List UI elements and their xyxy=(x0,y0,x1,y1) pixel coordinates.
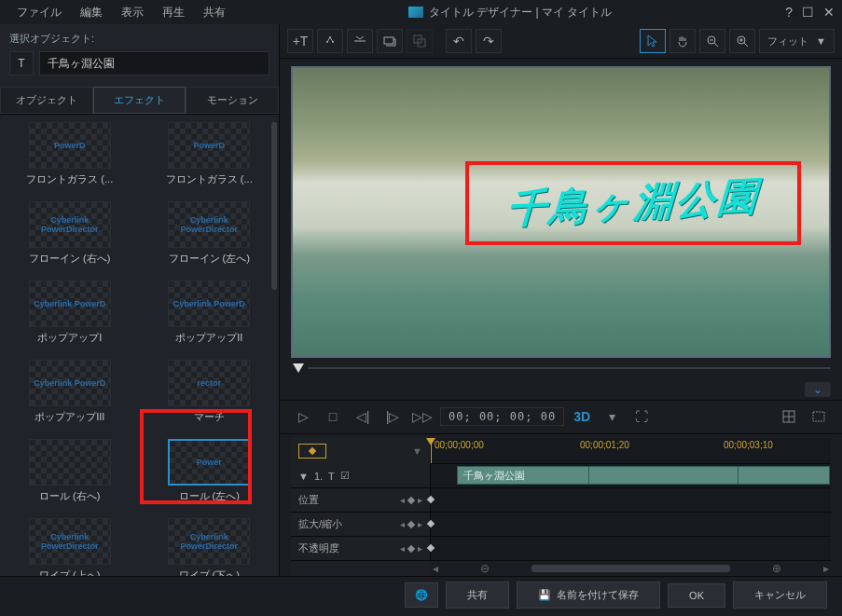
title-track-body[interactable]: 千鳥ヶ淵公園 xyxy=(431,464,831,487)
add-particle-button[interactable] xyxy=(317,29,343,53)
scroll-left-icon[interactable]: ◂ xyxy=(433,562,438,575)
effect-preview-icon: PowerD xyxy=(168,122,250,169)
preview-title-text[interactable]: 千鳥ヶ淵公園 xyxy=(505,171,761,236)
playback-controls: ▷ □ ◁| |▷ ▷▷ 00; 00; 00; 00 3D ▾ ⛶ xyxy=(280,400,842,435)
opacity-track-head: 不透明度 ◂▸ xyxy=(291,537,431,560)
effect-thumb[interactable]: Cyberlink PowerDポップアップI xyxy=(9,281,131,345)
menu-view[interactable]: 表示 xyxy=(112,5,153,21)
position-track-body[interactable] xyxy=(431,488,831,512)
stop-button[interactable]: □ xyxy=(321,404,345,429)
tab-object[interactable]: オブジェクト xyxy=(0,87,93,114)
ruler-head: ▼ xyxy=(291,438,431,464)
position-track-head: 位置 ◂▸ xyxy=(291,488,431,512)
effect-thumb[interactable]: Cyberlink PowerDポップアップIII xyxy=(9,360,131,424)
menu-edit[interactable]: 編集 xyxy=(71,5,112,21)
effect-thumb[interactable]: Cyberlink PowerDポップアップII xyxy=(149,281,270,345)
effect-thumb[interactable]: PowerDフロントガラス (... xyxy=(149,122,270,186)
title-track-head[interactable]: ▼ 1. T ☑ xyxy=(291,464,431,487)
effect-preview-icon xyxy=(29,439,111,486)
effect-preview-icon: Cyberlink PowerD xyxy=(29,281,111,327)
thumbnail-scrollbar[interactable] xyxy=(271,122,277,290)
effect-thumb-label: ポップアップI xyxy=(37,331,102,345)
track-visibility-checkbox[interactable]: ☑ xyxy=(340,470,350,482)
upload-button[interactable]: 🌐 xyxy=(405,582,438,608)
effect-thumb[interactable]: Powerロール (左へ) xyxy=(149,439,270,503)
select-tool-button[interactable] xyxy=(640,29,666,53)
effect-thumb[interactable]: Cyberlink PowerDirectorワイプ (下へ) xyxy=(149,518,270,576)
scale-track-head: 拡大/縮小 ◂▸ xyxy=(291,513,431,536)
add-text-button[interactable]: +T xyxy=(287,29,313,53)
chevron-down-icon[interactable]: ▼ xyxy=(412,445,422,457)
add-image-button[interactable] xyxy=(347,29,373,53)
ruler-tick: 00;00;01;20 xyxy=(580,440,629,450)
effect-thumb[interactable]: ロール (右へ) xyxy=(9,439,131,503)
pan-tool-button[interactable] xyxy=(669,29,696,53)
timeline-zoom-out-icon[interactable]: ⊖ xyxy=(480,562,490,575)
share-button[interactable]: 共有 xyxy=(446,582,509,609)
effect-thumb-label: フローイン (右へ) xyxy=(29,252,110,266)
cancel-button[interactable]: キャンセル xyxy=(733,582,827,609)
menubar: ファイル 編集 表示 再生 共有 タイトル デザイナー | マイ タイトル ? … xyxy=(0,0,842,24)
tab-effect[interactable]: エフェクト xyxy=(93,87,186,114)
title-clip[interactable]: 千鳥ヶ淵公園 xyxy=(457,466,830,485)
grid-toggle-button[interactable] xyxy=(777,404,801,429)
timecode-display[interactable]: 00; 00; 00; 00 xyxy=(440,407,564,426)
effect-thumb[interactable]: Cyberlink PowerDirectorフローイン (左へ) xyxy=(149,201,270,266)
effect-thumb-label: ポップアップII xyxy=(175,331,242,345)
ruler-tick: 00;00;03;10 xyxy=(724,440,773,450)
zoom-fit-dropdown[interactable]: フィット ▼ xyxy=(759,29,835,53)
zoom-in-button[interactable] xyxy=(729,29,755,53)
effect-thumb[interactable]: Cyberlink PowerDirectorワイプ (上へ) xyxy=(9,518,131,576)
effect-preview-icon: Cyberlink PowerD xyxy=(168,281,250,327)
maximize-icon[interactable]: ☐ xyxy=(802,5,814,20)
timeline-zoom-in-icon[interactable]: ⊕ xyxy=(772,562,781,575)
prev-frame-button[interactable]: ◁| xyxy=(351,404,375,429)
effect-thumbnails[interactable]: PowerDフロントガラス (...PowerDフロントガラス (...Cybe… xyxy=(0,115,279,576)
help-icon[interactable]: ? xyxy=(785,5,793,20)
tab-motion[interactable]: モーション xyxy=(186,87,279,114)
effect-thumb-label: ロール (左へ) xyxy=(179,489,240,503)
close-icon[interactable]: ✕ xyxy=(823,5,835,20)
ok-button[interactable]: OK xyxy=(668,583,725,608)
keyframe-mode-toggle[interactable] xyxy=(298,444,326,459)
playhead[interactable] xyxy=(431,438,432,463)
play-button[interactable]: ▷ xyxy=(291,404,315,429)
title-clip-label: 千鳥ヶ淵公園 xyxy=(463,470,525,481)
left-panel: 選択オブジェクト: T オブジェクト エフェクト モーション PowerDフロン… xyxy=(0,24,280,576)
preview-canvas[interactable]: 千鳥ヶ淵公園 xyxy=(291,66,831,357)
3d-settings-button[interactable]: ▾ xyxy=(600,404,624,429)
track-collapse-icon[interactable]: ▼ xyxy=(298,471,309,482)
add-background-button[interactable] xyxy=(377,29,403,53)
fast-forward-button[interactable]: ▷▷ xyxy=(410,404,435,429)
time-ruler[interactable]: 00;00;00;00 00;00;01;20 00;00;03;10 xyxy=(431,438,831,464)
opacity-track-body[interactable] xyxy=(431,537,831,560)
effect-thumb[interactable]: rectorマーチ xyxy=(149,360,270,424)
window-title: タイトル デザイナー | マイ タイトル xyxy=(429,5,612,21)
title-overlay-box[interactable]: 千鳥ヶ淵公園 xyxy=(465,161,801,245)
save-as-button[interactable]: 💾名前を付けて保存 xyxy=(517,582,660,609)
timeline-scrollbar[interactable]: ◂ ⊖ ⊕ ▸ xyxy=(431,561,831,576)
undo-button[interactable]: ↶ xyxy=(446,29,472,53)
zoom-out-button[interactable] xyxy=(699,29,725,53)
scroll-right-icon[interactable]: ▸ xyxy=(823,562,829,575)
menu-file[interactable]: ファイル xyxy=(7,5,71,21)
text-tool-icon[interactable]: T xyxy=(9,51,34,75)
next-frame-button[interactable]: |▷ xyxy=(380,404,405,429)
layers-button[interactable] xyxy=(407,29,433,53)
collapse-preview-button[interactable]: ⌄ xyxy=(805,382,831,397)
window-title-area: タイトル デザイナー | マイ タイトル xyxy=(235,5,785,21)
title-text-input[interactable] xyxy=(39,51,269,75)
preview-time-slider[interactable] xyxy=(291,358,831,378)
menu-play[interactable]: 再生 xyxy=(153,5,194,21)
safe-zone-button[interactable] xyxy=(807,404,831,429)
fullscreen-button[interactable]: ⛶ xyxy=(629,404,654,429)
slider-handle-icon[interactable] xyxy=(293,363,304,373)
timeline: ▼ 00;00;00;00 00;00;01;20 00;00;03;10 ▼ … xyxy=(280,434,842,576)
scale-track-body[interactable] xyxy=(431,513,831,536)
effect-thumb[interactable]: PowerDフロントガラス (... xyxy=(9,122,131,186)
menu-share[interactable]: 共有 xyxy=(194,5,235,21)
3d-toggle-button[interactable]: 3D xyxy=(570,404,594,429)
effect-thumb[interactable]: Cyberlink PowerDirectorフローイン (右へ) xyxy=(9,201,131,266)
redo-button[interactable]: ↷ xyxy=(476,29,502,53)
effect-thumb-label: ワイプ (下へ) xyxy=(179,568,240,576)
